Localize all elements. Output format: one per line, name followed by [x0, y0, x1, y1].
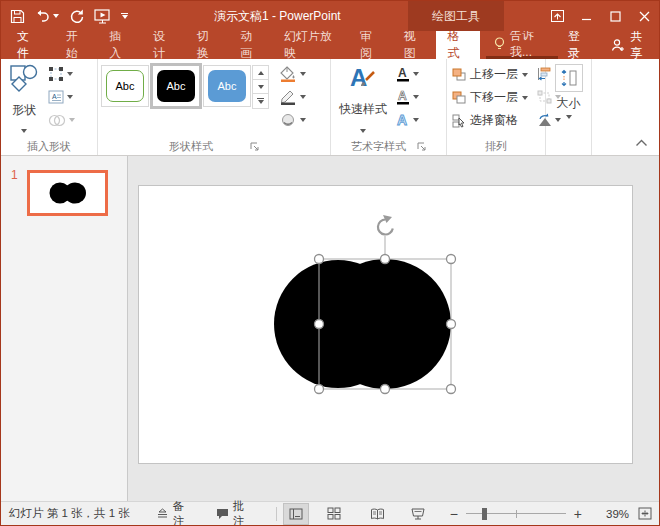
redo-button[interactable] — [69, 9, 84, 24]
tab-file[interactable]: 文件 — [1, 31, 55, 59]
shape-style-option-1[interactable]: Abc — [101, 65, 149, 107]
comments-button[interactable]: 批注 — [216, 499, 256, 526]
fit-slide-button[interactable] — [638, 507, 652, 520]
slideshow-view-icon — [411, 508, 425, 520]
shape-fill-button[interactable] — [277, 65, 308, 83]
slideshow-view-button[interactable] — [405, 503, 431, 525]
svg-text:A: A — [52, 93, 57, 100]
undo-button[interactable] — [35, 9, 59, 23]
send-backward-button[interactable]: 下移一层 — [450, 88, 530, 107]
shapes-button[interactable]: 形状 — [4, 61, 44, 135]
gallery-scroll-down-button[interactable] — [253, 80, 268, 94]
collapse-ribbon-button[interactable] — [635, 139, 648, 147]
save-button[interactable] — [10, 9, 25, 24]
oval-shape-selected[interactable] — [319, 259, 451, 389]
group-insert-shapes: 形状 A 插 — [1, 59, 98, 155]
edit-shape-caret-icon — [67, 72, 73, 76]
tab-home[interactable]: 开始 — [55, 31, 99, 59]
slide-canvas[interactable] — [128, 156, 659, 501]
share-label: 共享 — [630, 28, 647, 62]
share-button[interactable]: 共享 — [598, 31, 659, 59]
shape-fill-caret-icon — [300, 72, 306, 76]
tabrow-right: 登录 共享 — [558, 31, 659, 59]
selection-handle-w[interactable] — [315, 320, 324, 329]
merge-shapes-caret-icon — [69, 118, 75, 122]
send-backward-label: 下移一层 — [470, 89, 518, 106]
window-title: 演示文稿1 - PowerPoint — [214, 1, 341, 31]
customize-qat-button[interactable] — [121, 13, 128, 20]
contextual-tool-label: 绘图工具 — [408, 1, 504, 31]
selection-handle-se[interactable] — [447, 385, 456, 394]
svg-text:A: A — [397, 112, 407, 128]
reading-view-button[interactable] — [365, 503, 391, 525]
comments-icon — [216, 508, 229, 520]
slide-sorter-view-button[interactable] — [321, 503, 347, 525]
zoom-slider[interactable] — [466, 513, 566, 514]
size-button[interactable]: 大小 — [555, 61, 583, 119]
slide-thumbnail-selected[interactable] — [27, 170, 108, 216]
normal-view-button[interactable] — [283, 503, 309, 525]
fit-slide-icon — [638, 507, 652, 520]
tab-animations[interactable]: 动画 — [229, 31, 273, 59]
group-size: 大小 — [546, 59, 592, 155]
tab-view[interactable]: 视图 — [393, 31, 437, 59]
tab-insert[interactable]: 插入 — [98, 31, 142, 59]
slide-thumbnail-panel[interactable]: 1 — [1, 156, 128, 501]
selection-handle-s[interactable] — [381, 385, 390, 394]
zoom-level[interactable]: 39% — [595, 508, 629, 520]
text-outline-button[interactable]: A — [394, 88, 421, 106]
slide-number: 1 — [11, 168, 18, 182]
zoom-in-button[interactable]: + — [569, 506, 587, 522]
redo-icon — [69, 9, 84, 24]
tab-format-active[interactable]: 格式 — [436, 31, 480, 59]
shape-style-option-2-selected[interactable]: Abc — [152, 65, 200, 107]
maximize-button[interactable] — [601, 1, 630, 31]
gallery-scroll-up-button[interactable] — [253, 66, 268, 80]
notes-button[interactable]: 备注 — [156, 499, 196, 526]
text-effects-button[interactable]: A — [394, 111, 421, 129]
zoom-out-button[interactable]: − — [445, 506, 463, 522]
minimize-button[interactable] — [572, 1, 601, 31]
bring-forward-button[interactable]: 上移一层 — [450, 65, 530, 84]
edit-shape-button[interactable] — [46, 65, 77, 83]
thumbnail-shape-preview — [30, 173, 105, 213]
tab-slideshow[interactable]: 幻灯片放映 — [273, 31, 349, 59]
selection-handle-e[interactable] — [447, 320, 456, 329]
selection-handle-n[interactable] — [381, 255, 390, 264]
gallery-more-button[interactable] — [253, 94, 268, 108]
close-button[interactable] — [630, 1, 659, 31]
selection-handle-sw[interactable] — [315, 385, 324, 394]
merge-shapes-button[interactable] — [46, 111, 77, 129]
undo-icon — [35, 9, 51, 23]
reading-view-icon — [370, 508, 385, 520]
tab-transitions[interactable]: 切换 — [186, 31, 230, 59]
shape-styles-dialog-launcher[interactable] — [250, 142, 259, 151]
group-wordart-styles: A 快速样式 A A A — [331, 59, 447, 155]
start-slideshow-button[interactable] — [94, 9, 111, 24]
shape-effects-button[interactable] — [277, 111, 308, 129]
zoom-slider-thumb[interactable] — [482, 508, 487, 520]
selection-pane-button[interactable]: 选择窗格 — [450, 111, 530, 130]
shape-style-gallery: Abc Abc Abc — [101, 61, 251, 107]
svg-text:A: A — [398, 89, 407, 103]
tell-me-box[interactable]: 告诉我... — [486, 31, 558, 59]
ribbon-tab-row: 文件 开始 插入 设计 切换 动画 幻灯片放映 审阅 视图 格式 告诉我... … — [1, 31, 659, 59]
edit-shape-icon — [48, 66, 64, 82]
selection-handle-ne[interactable] — [447, 255, 456, 264]
shape-style-option-3[interactable]: Abc — [203, 65, 251, 107]
quick-styles-button[interactable]: A 快速样式 — [334, 61, 392, 135]
title-bar: 演示文稿1 - PowerPoint 绘图工具 — [1, 1, 659, 31]
wordart-styles-dialog-launcher[interactable] — [417, 142, 426, 151]
rotation-handle[interactable] — [378, 215, 393, 234]
tab-review[interactable]: 审阅 — [349, 31, 393, 59]
sign-in-button[interactable]: 登录 — [558, 31, 598, 59]
normal-view-icon — [289, 508, 303, 520]
shape-outline-button[interactable] — [277, 88, 308, 106]
slide[interactable] — [138, 185, 633, 464]
ribbon-display-options-button[interactable] — [543, 1, 572, 31]
selection-handle-nw[interactable] — [315, 255, 324, 264]
tab-design[interactable]: 设计 — [142, 31, 186, 59]
text-fill-button[interactable]: A — [394, 65, 421, 83]
minimize-icon — [581, 11, 592, 22]
text-box-button[interactable]: A — [46, 88, 77, 106]
